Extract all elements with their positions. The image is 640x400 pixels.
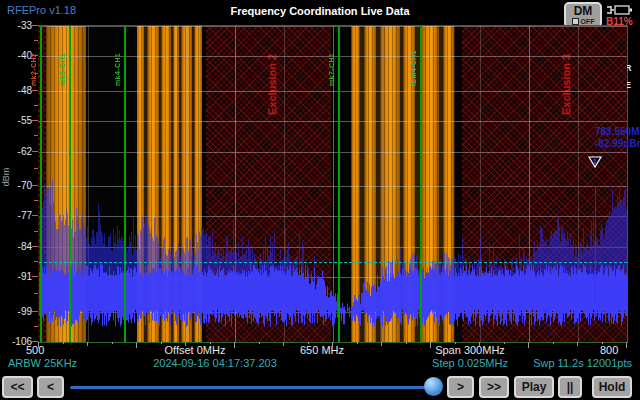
- spectrum-plot[interactable]: Exclusion 2Exclusion 3 mk2-CH2mk3-CH1mk4…: [38, 25, 628, 343]
- x-axis-tick: [259, 342, 260, 344]
- x-axis-tick: [602, 342, 603, 344]
- fast-forward-button[interactable]: >>: [479, 376, 509, 398]
- x-axis-tick: [479, 342, 480, 346]
- span-label: Span 300MHz: [415, 344, 525, 356]
- x-axis-tick: [87, 342, 88, 346]
- dm-button-label: DM: [566, 5, 600, 17]
- position-slider-thumb[interactable]: [424, 377, 443, 396]
- y-axis-label: -33: [4, 20, 32, 31]
- step-back-button[interactable]: <: [37, 376, 64, 398]
- position-slider-track[interactable]: [70, 386, 430, 389]
- x-axis-tick: [504, 342, 505, 344]
- x-axis-end-label: 800: [600, 344, 618, 356]
- channel-marker-label: IEM4-CH1: [410, 28, 417, 86]
- arbw-label: ARBW 25KHz: [8, 357, 77, 369]
- x-axis-tick: [161, 342, 162, 344]
- y-axis-label: -40: [4, 50, 32, 61]
- step-forward-button[interactable]: >: [447, 376, 474, 398]
- play-button[interactable]: Play: [514, 376, 554, 398]
- sweep-label: Swp 11.2s 12001pts: [533, 357, 632, 369]
- x-axis-tick: [136, 342, 137, 348]
- y-axis-label: -55: [4, 115, 32, 126]
- y-axis-label: -70: [4, 180, 32, 191]
- y-axis-label: -84: [4, 241, 32, 252]
- marker-triangle-icon: 1: [588, 156, 602, 168]
- x-axis-tick: [381, 342, 382, 346]
- x-axis-tick: [626, 342, 627, 348]
- x-axis-tick: [112, 342, 113, 344]
- x-axis-tick: [63, 342, 64, 344]
- dm-checkbox-icon: [572, 18, 579, 25]
- x-axis-tick: [455, 342, 456, 344]
- pause-button[interactable]: ||: [558, 376, 582, 398]
- channel-marker-layer: mk2-CH2mk3-CH1mk4-CH1mk7-CH1IEM4-CH1: [39, 26, 627, 342]
- x-axis-tick: [234, 342, 235, 348]
- channel-marker-label: mk2-CH2: [30, 28, 37, 86]
- threshold-line: [39, 262, 627, 263]
- x-axis-tick: [283, 342, 284, 346]
- channel-marker-line: IEM4-CH1: [420, 26, 422, 342]
- x-axis-tick: [357, 342, 358, 344]
- y-axis-label: -99: [4, 306, 32, 317]
- channel-marker-line: mk7-CH1: [338, 26, 340, 342]
- y-axis-label: -48: [4, 85, 32, 96]
- x-axis-tick: [332, 342, 333, 348]
- offset-label: Offset 0MHz: [135, 344, 255, 356]
- svg-text:1: 1: [593, 158, 597, 165]
- y-axis-label: -62: [4, 146, 32, 157]
- dm-state-label: OFF: [581, 18, 595, 25]
- x-axis-tick: [553, 342, 554, 344]
- x-axis-tick: [38, 342, 39, 348]
- timestamp-label: 2024-09-16 04:17:37.203: [130, 357, 300, 369]
- marker-drop-line: [595, 186, 596, 304]
- channel-marker-label: mk3-CH1: [59, 28, 66, 86]
- x-axis-tick: [308, 342, 309, 344]
- y-axis-label: -106: [4, 336, 32, 347]
- y-axis-label: -91: [4, 271, 32, 282]
- x-axis-tick: [185, 342, 186, 346]
- step-label: Step 0.025MHz: [415, 357, 525, 369]
- x-axis-tick: [430, 342, 431, 348]
- x-axis-tick: [406, 342, 407, 344]
- channel-marker-label: mk7-CH1: [328, 28, 335, 86]
- x-axis-tick: [210, 342, 211, 344]
- channel-marker-line: mk4-CH1: [124, 26, 126, 342]
- x-axis-tick: [528, 342, 529, 348]
- x-axis-tick: [577, 342, 578, 346]
- y-axis-label: -77: [4, 210, 32, 221]
- rfepro-app: RFEPro v1.18 Frequency Coordination Live…: [0, 0, 640, 400]
- rewind-button[interactable]: <<: [2, 376, 33, 398]
- x-axis-center-label: 650 MHz: [300, 344, 344, 356]
- channel-marker-label: mk4-CH1: [114, 28, 121, 86]
- hold-button[interactable]: Hold: [592, 376, 632, 398]
- page-title: Frequency Coordination Live Data: [0, 5, 640, 17]
- battery-icon: [605, 4, 635, 16]
- channel-marker-line: mk3-CH1: [69, 26, 71, 342]
- channel-marker-line: mk2-CH2: [40, 26, 42, 342]
